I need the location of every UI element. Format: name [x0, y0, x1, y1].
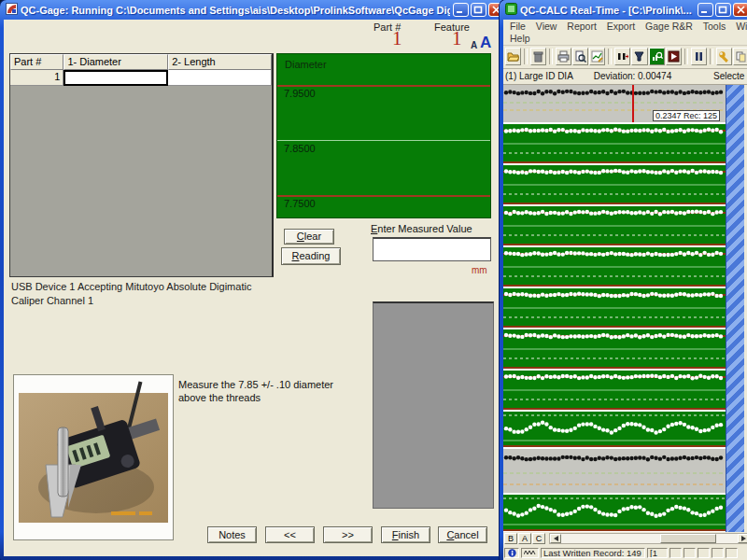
qccalc-app-icon [505, 3, 517, 17]
cell-part: 1 [10, 70, 63, 86]
enter-measured-value-label: Enter Measured Value [371, 223, 472, 234]
scroll-right-arrow-icon[interactable] [738, 534, 747, 543]
cursor-tooltip: 0.2347 Rec: 125 [653, 110, 720, 121]
run-icon[interactable] [666, 48, 682, 65]
qccalc-window-title: QC-CALC Real-Time - [C:\Prolink\... [520, 5, 695, 16]
qcgage-window-title: QC-Gage: Running C:\Documents and Settin… [21, 5, 450, 16]
menu-file[interactable]: File [506, 21, 529, 33]
feature-header: (1) Large ID DIA Deviation: 0.00474 Sele… [503, 69, 747, 85]
menu-report[interactable]: Report [563, 21, 600, 33]
realtime-strip-charts: 0.2347 Rec: 125 [503, 85, 726, 532]
menu-gage-rr[interactable]: Gage R&R [641, 21, 697, 33]
realtime-strip-3[interactable] [503, 165, 726, 204]
gage-live-plot: Diameter 7.9500 7.8500 7.7500 [276, 53, 491, 218]
print-preview-icon[interactable] [572, 48, 588, 65]
feature-name: (1) Large ID DIA [505, 71, 573, 81]
measurement-instruction: Measure the 7.85 +/- .10 diameter above … [178, 378, 342, 405]
cancel-button[interactable]: Cancel [438, 526, 487, 543]
grid-header-diameter: 1- Diameter [63, 54, 168, 70]
sheet-tabs-row: B A C [503, 532, 747, 545]
record-cursor[interactable] [632, 85, 634, 122]
menu-bar: File View Report Export Gage R&R Tools W… [503, 20, 747, 46]
info-icon [504, 548, 519, 558]
tools-icon[interactable] [716, 48, 732, 65]
points-icon[interactable] [614, 48, 630, 65]
units-label: mm [472, 265, 487, 275]
notes-button[interactable]: Notes [207, 526, 257, 543]
realtime-strip-1[interactable]: 0.2347 Rec: 125 [503, 85, 726, 122]
qcgage-window: QC-Gage: Running C:\Documents and Settin… [0, 0, 510, 560]
grid-header-part: Part # [10, 54, 63, 70]
qccalc-titlebar[interactable]: QC-CALC Real-Time - [C:\Prolink\... [503, 0, 747, 20]
realtime-strip-6[interactable] [503, 288, 726, 328]
menu-help[interactable]: Help [506, 33, 534, 45]
filter-icon[interactable] [631, 48, 647, 65]
menu-tools[interactable]: Tools [699, 21, 730, 33]
tab-a[interactable]: A [518, 533, 531, 544]
menu-view[interactable]: View [532, 21, 561, 33]
edit-plot-icon[interactable] [589, 48, 605, 65]
scroll-left-arrow-icon[interactable] [550, 534, 561, 543]
horizontal-scrollbar[interactable] [549, 533, 747, 544]
table-row: 1 [10, 70, 272, 86]
lower-limit-tick: 7.7500 [284, 198, 316, 209]
finish-button[interactable]: Finish [381, 526, 430, 543]
realtime-strip-2[interactable] [503, 124, 726, 163]
copy-icon[interactable] [733, 48, 747, 65]
status-cell-3 [684, 548, 696, 558]
nominal-line [277, 140, 490, 141]
cell-diameter-active[interactable] [63, 70, 168, 86]
gage-plot-title: Diameter [285, 59, 327, 70]
next-button[interactable]: >> [323, 526, 373, 543]
menu-window[interactable]: Window [732, 21, 747, 33]
scrollbar-thumb[interactable] [660, 534, 716, 543]
clear-button[interactable]: Clear [284, 229, 334, 245]
waveform-icon [521, 548, 539, 558]
status-cell-2 [669, 548, 682, 558]
tab-c[interactable]: C [532, 533, 545, 544]
realtime-strip-8[interactable] [503, 371, 726, 410]
toolbar [503, 46, 747, 69]
qccalc-client-area: File View Report Export Gage R&R Tools W… [503, 20, 747, 560]
realtime-strip-5[interactable] [503, 247, 726, 287]
status-bar: Last Written Record: 149 [1 [503, 545, 747, 560]
font-increase-button[interactable]: A [480, 34, 491, 52]
font-decrease-button[interactable]: A [471, 40, 477, 50]
cell-length[interactable] [168, 70, 272, 86]
reading-button[interactable]: Reading [281, 247, 341, 265]
qcgage-app-icon [6, 3, 18, 17]
maximize-button[interactable] [715, 3, 731, 17]
results-grid[interactable]: Part # 1- Diameter 2- Length 1 [9, 53, 274, 277]
feature-value: 1 [452, 27, 462, 50]
qcgage-titlebar[interactable]: QC-Gage: Running C:\Documents and Settin… [4, 0, 506, 20]
maximize-button[interactable] [471, 3, 486, 17]
realtime-strip-10[interactable] [503, 449, 726, 493]
realtime-strip-7[interactable] [503, 329, 726, 369]
previous-button[interactable]: << [265, 526, 315, 543]
open-icon[interactable] [505, 48, 521, 65]
minimize-button[interactable] [698, 3, 713, 17]
print-icon[interactable] [556, 48, 571, 65]
secondary-image-panel [373, 301, 494, 509]
realtime-strip-11[interactable] [503, 495, 726, 531]
nominal-tick: 7.8500 [284, 143, 316, 154]
analysis-icon[interactable] [649, 48, 665, 65]
status-cell-4 [698, 548, 710, 558]
select-label: Selecte [713, 71, 747, 81]
realtime-strip-9[interactable] [503, 412, 726, 447]
deviation-value: Deviation: 0.00474 [594, 71, 671, 81]
minimize-button[interactable] [453, 3, 469, 17]
upper-limit-line [277, 85, 490, 87]
measured-value-input[interactable] [373, 237, 491, 261]
tab-b[interactable]: B [504, 533, 517, 544]
close-button[interactable] [733, 3, 747, 17]
menu-export[interactable]: Export [603, 21, 639, 33]
delete-icon[interactable] [530, 48, 546, 65]
vertical-scrollbar[interactable] [726, 85, 744, 532]
lower-limit-line [277, 195, 490, 197]
caliper-photo [13, 374, 174, 540]
qcgage-client-area: Part # Feature 1 1 A A Part # 1- Diamete… [4, 20, 506, 556]
pause-icon[interactable] [691, 48, 707, 65]
realtime-strip-4[interactable] [503, 206, 726, 245]
status-cell-1: [1 [647, 548, 668, 558]
